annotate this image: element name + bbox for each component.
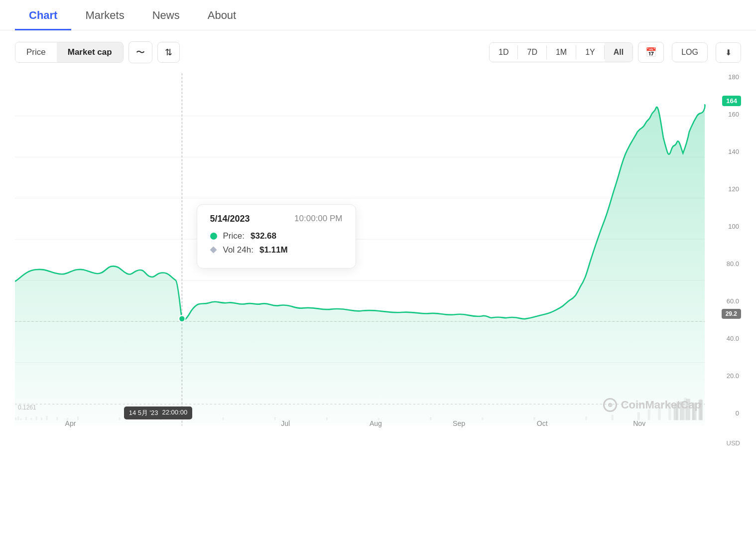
svg-rect-44: [684, 398, 686, 420]
y-label-40: 40.0: [711, 335, 741, 342]
svg-rect-41: [658, 407, 660, 420]
range-all[interactable]: All: [605, 43, 632, 62]
svg-rect-42: [668, 403, 671, 420]
svg-rect-34: [430, 417, 431, 420]
svg-rect-46: [700, 399, 702, 420]
crosshair-date: 14 5月 '23: [129, 408, 158, 417]
y-label-80: 80.0: [711, 260, 741, 268]
tab-news[interactable]: News: [138, 0, 194, 30]
svg-rect-26: [77, 416, 79, 420]
range-1m[interactable]: 1M: [547, 43, 576, 62]
svg-rect-38: [612, 415, 614, 420]
svg-rect-20: [30, 418, 32, 420]
svg-point-10: [179, 315, 185, 322]
download-button[interactable]: ⬇: [716, 42, 741, 63]
candle-chart-button[interactable]: ⇅: [157, 42, 180, 63]
y-label-0: 0: [711, 409, 741, 417]
log-button[interactable]: LOG: [672, 42, 708, 62]
y-label-180: 180: [711, 73, 741, 81]
svg-rect-12: [680, 402, 684, 420]
svg-rect-40: [648, 409, 650, 420]
y-label-140: 140: [711, 148, 741, 155]
line-chart-button[interactable]: 〜: [128, 41, 152, 63]
crosshair-time: 22:00:00: [162, 408, 188, 417]
svg-rect-22: [41, 417, 42, 420]
svg-rect-43: [676, 401, 679, 420]
time-range-group: 1D 7D 1M 1Y All: [489, 42, 633, 62]
range-1d[interactable]: 1D: [490, 43, 517, 62]
current-price-badge: 164: [722, 96, 741, 106]
candle-icon: ⇅: [165, 47, 172, 58]
svg-rect-36: [533, 417, 535, 420]
market-cap-button[interactable]: Market cap: [57, 42, 123, 62]
price-chart[interactable]: [15, 73, 741, 447]
price-marketcap-group: Price Market cap: [15, 42, 124, 63]
svg-rect-27: [119, 417, 120, 420]
price-button[interactable]: Price: [15, 42, 57, 62]
svg-rect-24: [56, 417, 58, 420]
range-1y[interactable]: 1Y: [576, 43, 604, 62]
chart-area: 180 160 140 120 100 80.0 60.0 40.0 20.0 …: [15, 73, 741, 447]
y-label-100: 100: [711, 223, 741, 230]
y-label-60: 60.0: [711, 297, 741, 305]
svg-rect-13: [686, 399, 690, 420]
svg-rect-18: [20, 418, 21, 420]
svg-rect-39: [637, 412, 640, 420]
svg-rect-30: [223, 417, 224, 420]
tab-about[interactable]: About: [194, 0, 251, 30]
tab-bar: Chart Markets News About: [0, 0, 756, 30]
calendar-button[interactable]: 📅: [638, 42, 664, 63]
tab-chart[interactable]: Chart: [15, 0, 71, 30]
y-label-20: 20.0: [711, 372, 741, 380]
svg-rect-21: [36, 416, 37, 420]
chart-wrapper: 180 160 140 120 100 80.0 60.0 40.0 20.0 …: [15, 73, 741, 447]
svg-rect-32: [326, 417, 328, 420]
usd-currency-label: USD: [709, 439, 741, 447]
line-icon: 〜: [136, 46, 145, 58]
svg-rect-37: [586, 416, 587, 420]
crosshair-date-badge: 14 5月 '23 22:00:00: [124, 406, 192, 419]
svg-rect-31: [274, 417, 276, 420]
tab-markets[interactable]: Markets: [71, 0, 138, 30]
y-axis: 180 160 140 120 100 80.0 60.0 40.0 20.0 …: [709, 73, 741, 417]
y-label-120: 120: [711, 185, 741, 193]
low-price-badge: 29.2: [722, 309, 741, 319]
y-label-160: 160: [711, 111, 741, 118]
svg-rect-25: [67, 418, 68, 420]
svg-rect-35: [482, 417, 483, 420]
range-7d[interactable]: 7D: [518, 43, 546, 62]
svg-rect-33: [378, 418, 379, 420]
min-price-label: 0.1261: [18, 404, 36, 411]
svg-rect-19: [25, 417, 27, 420]
svg-rect-17: [17, 416, 19, 420]
controls-row: Price Market cap 〜 ⇅ 1D 7D 1M 1Y All 📅 L…: [0, 30, 756, 68]
svg-rect-23: [46, 416, 47, 420]
svg-rect-45: [692, 402, 694, 420]
svg-rect-16: [15, 417, 16, 420]
